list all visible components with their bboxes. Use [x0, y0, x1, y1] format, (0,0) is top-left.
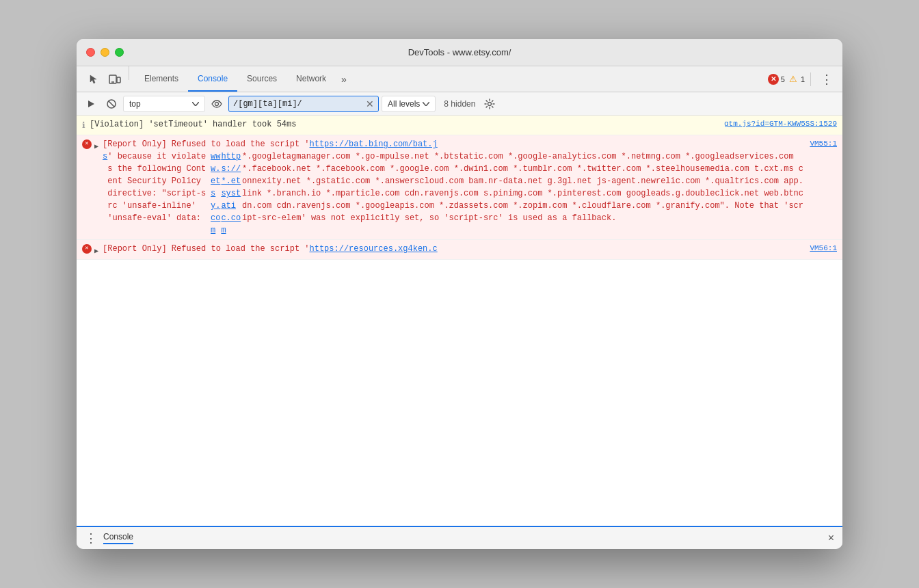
titlebar: DevTools - www.etsy.com/ — [77, 39, 842, 66]
tab-more[interactable]: » — [336, 66, 352, 92]
console-entry-error-2: ✕ ▶ [Report Only] Refused to load the sc… — [77, 240, 842, 260]
bottom-tab-console[interactable]: Console — [103, 532, 133, 544]
tab-list: Elements Console Sources Network » — [132, 66, 768, 92]
error-count: 5 — [781, 75, 785, 83]
console-output: ℹ [Violation] 'setTimeout' handler took … — [77, 116, 842, 526]
filter-input-wrap[interactable]: ✕ — [228, 96, 379, 112]
devtools-window: DevTools - www.etsy.com/ Elements Consol… — [77, 39, 842, 549]
svg-line-5 — [109, 101, 115, 107]
cursor-icon[interactable] — [82, 66, 104, 92]
error-icon-1: ✕ — [82, 139, 92, 149]
error-badge[interactable]: ✕ 5 — [768, 74, 785, 85]
error-link-source-1[interactable]: s — [103, 150, 107, 163]
device-icon[interactable] — [104, 66, 126, 92]
console-entry-error-1: ✕ ▶ [Report Only] Refused to load the sc… — [77, 135, 842, 240]
console-entry-violation: ℹ [Violation] 'setTimeout' handler took … — [77, 116, 842, 135]
close-button[interactable] — [86, 48, 95, 57]
toolbar-right: ✕ 5 ⚠ 1 ⋮ — [768, 66, 837, 92]
violation-message: [Violation] 'setTimeout' handler took 54… — [90, 118, 720, 131]
error-link-1[interactable]: https://bat.bing.com/bat.j — [309, 138, 437, 150]
settings-icon[interactable] — [481, 95, 498, 113]
error-link-4[interactable]: https://resources.xg4ken.c — [309, 244, 437, 254]
expand-arrow-1[interactable]: ▶ — [94, 142, 98, 152]
error-message-1: [Report Only] Refused to load the script… — [103, 138, 805, 237]
tab-network[interactable]: Network — [287, 66, 336, 92]
filter-input[interactable] — [233, 99, 366, 109]
svg-point-7 — [488, 102, 492, 105]
error-link-2[interactable]: www.etsy.com — [211, 150, 221, 237]
console-output-area: ℹ [Violation] 'setTimeout' handler took … — [77, 116, 842, 526]
hidden-count: 8 hidden — [444, 99, 475, 109]
violation-icon: ℹ — [82, 120, 85, 132]
tab-elements[interactable]: Elements — [135, 66, 188, 92]
divider-2 — [810, 72, 811, 86]
error-source-2[interactable]: VM56:1 — [810, 243, 837, 254]
eye-icon[interactable] — [208, 95, 226, 113]
warning-count: 1 — [801, 75, 805, 83]
traffic-lights — [86, 48, 124, 57]
error-link-3[interactable]: https://*.etsystatic.com — [221, 150, 242, 237]
svg-rect-1 — [117, 77, 120, 83]
minimize-button[interactable] — [101, 48, 109, 57]
error-source-1a[interactable]: VM55:1 — [810, 138, 837, 150]
error-message-2: [Report Only] Refused to load the script… — [103, 243, 805, 255]
filter-clear-button[interactable]: ✕ — [366, 99, 374, 109]
error-icon: ✕ — [768, 74, 779, 85]
violation-source[interactable]: gtm.js?id=GTM-KWW5SS:1529 — [724, 118, 837, 130]
maximize-button[interactable] — [115, 48, 124, 57]
context-selector[interactable]: top — [123, 96, 205, 112]
tab-console[interactable]: Console — [188, 66, 237, 92]
expand-arrow-2[interactable]: ▶ — [94, 246, 98, 256]
window-title: DevTools - www.etsy.com/ — [408, 47, 511, 57]
divider — [129, 66, 129, 80]
levels-label: All levels — [388, 99, 420, 109]
bottom-close-button[interactable]: × — [828, 532, 834, 544]
bottom-bar: ⋮ Console × — [77, 526, 842, 549]
drawer-dots[interactable]: ⋮ — [85, 531, 98, 546]
levels-button[interactable]: All levels — [382, 96, 436, 112]
run-icon[interactable] — [82, 95, 100, 113]
context-value: top — [129, 99, 141, 109]
warning-icon: ⚠ — [788, 74, 799, 85]
more-options-button[interactable]: ⋮ — [816, 72, 837, 87]
console-toolbar: top ✕ All levels 8 hidden — [77, 92, 842, 116]
tab-bar: Elements Console Sources Network » ✕ 5 ⚠ — [77, 66, 842, 92]
tab-sources[interactable]: Sources — [237, 66, 287, 92]
svg-point-6 — [215, 102, 219, 105]
warning-badge[interactable]: ⚠ 1 — [788, 74, 805, 85]
svg-marker-3 — [88, 101, 94, 107]
block-icon[interactable] — [103, 95, 120, 113]
error-icon-2: ✕ — [82, 244, 92, 254]
